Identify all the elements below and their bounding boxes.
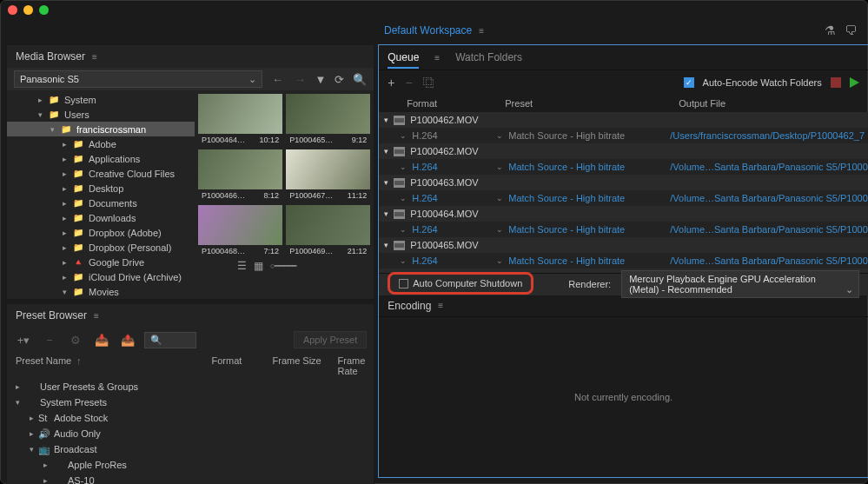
tree-item[interactable]: ▸📁Applications	[7, 151, 195, 166]
video-icon	[394, 116, 405, 125]
thumbnail-grid: P1000464…10:12P1000465…9:12P1000466…8:12…	[195, 90, 374, 299]
location-dropdown[interactable]: Panasonic S5	[14, 70, 262, 88]
auto-encode-label: Auto-Encode Watch Folders	[703, 77, 822, 88]
queue-group[interactable]: ▾P1000464.MOV	[379, 206, 867, 222]
queue-panel: Queue ≡ Watch Folders + − ⿻ ✓ Auto-Encod…	[378, 44, 868, 478]
renderer-label: Renderer:	[568, 279, 611, 289]
close-icon[interactable]	[8, 5, 17, 15]
tree-item[interactable]: ▾📁Users	[7, 107, 195, 122]
tree-item[interactable]: ▸📁iCloud Drive (Archive)	[7, 269, 195, 284]
media-browser-title: Media Browser	[16, 50, 85, 63]
thumbnail[interactable]: P1000465…9:12	[286, 94, 370, 146]
auto-shutdown-label: Auto Computer Shutdown	[413, 278, 522, 288]
queue-group[interactable]: ▾P1000462.MOV	[379, 112, 867, 128]
remove-preset-icon[interactable]: −	[40, 332, 59, 348]
queue-item[interactable]: ⌄H.264⌄Match Source - High bitrate/Volum…	[379, 159, 867, 175]
export-icon[interactable]: 📤	[118, 332, 137, 348]
preset-row[interactable]: ▾System Presets	[7, 394, 374, 410]
preset-settings-icon[interactable]: ⚙	[66, 332, 85, 348]
preset-browser-title: Preset Browser	[16, 309, 87, 322]
folder-tree[interactable]: ▸📁System▾📁Users▾📁franciscrossman▸📁Adobe▸…	[7, 90, 195, 299]
preset-search-input[interactable]: 🔍	[144, 332, 196, 348]
remove-source-icon[interactable]: −	[405, 76, 412, 90]
thumbnail[interactable]: P1000468…7:12	[198, 205, 282, 257]
workspace-menu-icon[interactable]: ≡	[479, 26, 484, 36]
filter-icon[interactable]: ▼	[315, 73, 326, 86]
auto-shutdown-highlight: Auto Computer Shutdown	[388, 272, 533, 295]
apply-preset-button[interactable]: Apply Preset	[294, 331, 367, 348]
preset-browser-panel: Preset Browser ≡ +▾ − ⚙ 📥 📤 🔍 Apply Pres…	[6, 303, 374, 484]
thumbnail-size-slider[interactable]: ○━━━━━	[270, 262, 296, 270]
queue-item[interactable]: ⌄H.264⌄Match Source - High bitrate/Volum…	[379, 222, 867, 237]
tree-item[interactable]: ▸📁Adobe	[7, 136, 195, 151]
queue-group[interactable]: ▾P1000462.MOV	[379, 143, 867, 159]
col-frame-rate[interactable]: Frame Rate	[338, 355, 366, 376]
grid-view-icon[interactable]: ▦	[254, 260, 263, 272]
search-icon[interactable]: 🔍	[353, 73, 367, 86]
tree-item[interactable]: ▾📁Movies	[7, 284, 195, 299]
import-icon[interactable]: 📥	[92, 332, 111, 348]
titlebar	[1, 1, 867, 18]
preset-row[interactable]: ▸Apple ProRes	[7, 457, 374, 473]
encoding-title: Encoding	[388, 300, 431, 312]
thumbnail[interactable]: P1000469…21:12	[286, 205, 370, 257]
col-format[interactable]: Format	[212, 355, 273, 376]
tree-item[interactable]: ▸🔺Google Drive	[7, 255, 195, 269]
preset-row[interactable]: ▸StAdobe Stock	[7, 410, 374, 426]
tree-item[interactable]: ▸📁Dropbox (Personal)	[7, 240, 195, 255]
queue-item[interactable]: ⌄H.264⌄Match Source - High bitrate/Volum…	[379, 190, 867, 206]
col-output[interactable]: Output File	[679, 98, 858, 109]
tree-item[interactable]: ▸📁Desktop	[7, 181, 195, 196]
video-icon	[394, 241, 405, 250]
col-preset-name[interactable]: Preset Name	[16, 355, 215, 376]
workspace-label[interactable]: Default Workspace	[384, 24, 472, 36]
thumbnail[interactable]: P1000467…11:12	[286, 149, 370, 202]
video-icon	[394, 209, 405, 219]
video-icon	[394, 147, 405, 156]
refresh-icon[interactable]: ⟳	[335, 73, 344, 86]
auto-shutdown-checkbox[interactable]	[399, 279, 408, 288]
tab-queue[interactable]: Queue	[388, 51, 419, 69]
col-format[interactable]: Format	[388, 98, 505, 109]
auto-encode-checkbox[interactable]: ✓	[684, 77, 694, 88]
media-browser-panel: Media Browser ≡ Panasonic S5 ← → ▼ ⟳ 🔍 ▸…	[6, 44, 374, 300]
fullscreen-icon[interactable]	[39, 5, 49, 15]
queue-group[interactable]: ▾P1000465.MOV	[379, 237, 867, 253]
thumbnail[interactable]: P1000464…10:12	[198, 94, 282, 146]
tree-item[interactable]: ▸📁Downloads	[7, 210, 195, 225]
tree-item[interactable]: ▸📁Documents	[7, 196, 195, 210]
preset-row[interactable]: ▾📺Broadcast	[7, 441, 374, 457]
duplicate-icon[interactable]: ⿻	[423, 76, 435, 90]
stop-button[interactable]	[831, 77, 841, 88]
col-frame-size[interactable]: Frame Size	[273, 355, 338, 376]
queue-item[interactable]: ⌄H.264⌄Match Source - High bitrate/Volum…	[379, 253, 867, 269]
panel-menu-icon[interactable]: ≡	[438, 301, 443, 310]
forward-icon[interactable]: →	[292, 71, 308, 87]
tree-item[interactable]: ▸📁Creative Cloud Files	[7, 166, 195, 181]
menubar: Default Workspace ≡ ⚗ 🗨	[1, 18, 867, 43]
thumbnail[interactable]: P1000466…8:12	[198, 149, 282, 202]
tree-item[interactable]: ▾📁franciscrossman	[7, 122, 195, 136]
back-icon[interactable]: ←	[269, 71, 285, 87]
tree-item[interactable]: ▸📁System	[7, 92, 195, 107]
renderer-dropdown[interactable]: Mercury Playback Engine GPU Acceleration…	[621, 270, 859, 298]
preset-row[interactable]: ▸🔊Audio Only	[7, 426, 374, 441]
col-preset[interactable]: Preset	[505, 98, 679, 109]
preset-row[interactable]: ▸User Presets & Groups	[7, 379, 374, 394]
queue-item[interactable]: ⌄H.264⌄Match Source - High bitrate/Users…	[379, 128, 867, 143]
experiment-icon[interactable]: ⚗	[825, 23, 836, 37]
tab-watch-folders[interactable]: Watch Folders	[455, 51, 522, 63]
chat-icon[interactable]: 🗨	[845, 23, 857, 37]
panel-menu-icon[interactable]: ≡	[94, 311, 99, 321]
minimize-icon[interactable]	[23, 5, 33, 15]
tree-item[interactable]: ▸📁Dropbox (Adobe)	[7, 225, 195, 240]
panel-menu-icon[interactable]: ≡	[92, 52, 97, 62]
app-window: Default Workspace ≡ ⚗ 🗨 Media Browser ≡ …	[0, 0, 868, 484]
list-view-icon[interactable]: ☰	[237, 260, 247, 272]
start-queue-button[interactable]	[850, 77, 859, 88]
add-preset-icon[interactable]: +▾	[14, 332, 33, 348]
add-source-icon[interactable]: +	[388, 76, 394, 90]
queue-group[interactable]: ▾P1000463.MOV	[379, 175, 867, 190]
preset-row[interactable]: ▸AS-10	[7, 473, 374, 484]
queue-tab-menu-icon[interactable]: ≡	[434, 53, 440, 63]
